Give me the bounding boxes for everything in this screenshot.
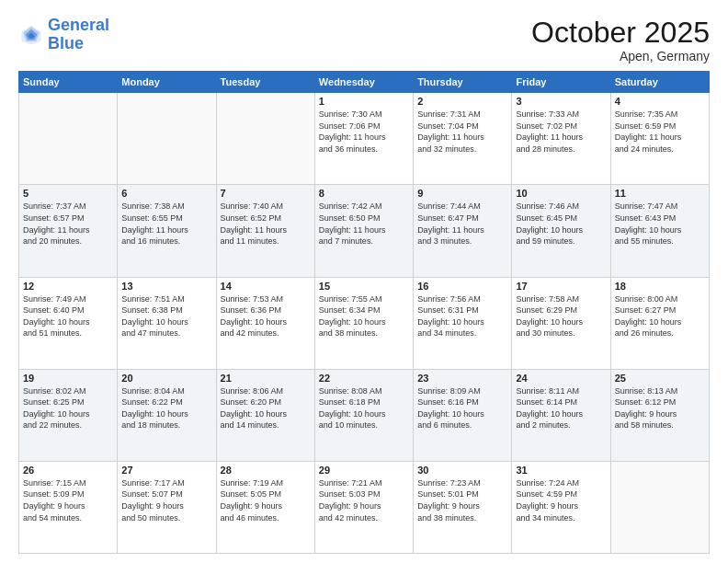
header-thursday: Thursday	[414, 72, 512, 93]
calendar-day-cell: 9Sunrise: 7:44 AM Sunset: 6:47 PM Daylig…	[414, 185, 512, 277]
header-saturday: Saturday	[610, 72, 709, 93]
day-number: 11	[615, 188, 705, 199]
calendar-day-cell: 7Sunrise: 7:40 AM Sunset: 6:52 PM Daylig…	[216, 185, 314, 277]
day-info: Sunrise: 8:08 AM Sunset: 6:18 PM Dayligh…	[319, 385, 409, 431]
day-number: 12	[23, 281, 113, 292]
calendar-header-row: Sunday Monday Tuesday Wednesday Thursday…	[19, 72, 710, 93]
day-info: Sunrise: 7:55 AM Sunset: 6:34 PM Dayligh…	[319, 293, 409, 339]
calendar-day-cell: 21Sunrise: 8:06 AM Sunset: 6:20 PM Dayli…	[216, 369, 314, 461]
day-info: Sunrise: 7:15 AM Sunset: 5:09 PM Dayligh…	[23, 477, 113, 523]
calendar-day-cell: 28Sunrise: 7:19 AM Sunset: 5:05 PM Dayli…	[216, 461, 314, 553]
day-number: 13	[121, 281, 211, 292]
calendar-day-cell: 5Sunrise: 7:37 AM Sunset: 6:57 PM Daylig…	[19, 185, 118, 277]
calendar-day-cell: 19Sunrise: 8:02 AM Sunset: 6:25 PM Dayli…	[19, 369, 118, 461]
day-number: 22	[319, 373, 409, 384]
day-number: 1	[319, 96, 409, 107]
day-info: Sunrise: 7:35 AM Sunset: 6:59 PM Dayligh…	[615, 109, 705, 155]
day-info: Sunrise: 7:37 AM Sunset: 6:57 PM Dayligh…	[23, 201, 113, 247]
day-info: Sunrise: 7:33 AM Sunset: 7:02 PM Dayligh…	[516, 109, 606, 155]
calendar-day-cell: 13Sunrise: 7:51 AM Sunset: 6:38 PM Dayli…	[118, 277, 216, 369]
calendar-day-cell	[610, 461, 709, 553]
day-info: Sunrise: 8:13 AM Sunset: 6:12 PM Dayligh…	[615, 385, 705, 431]
calendar-day-cell: 20Sunrise: 8:04 AM Sunset: 6:22 PM Dayli…	[118, 369, 216, 461]
calendar-day-cell: 22Sunrise: 8:08 AM Sunset: 6:18 PM Dayli…	[314, 369, 413, 461]
day-number: 10	[516, 188, 606, 199]
day-info: Sunrise: 7:21 AM Sunset: 5:03 PM Dayligh…	[319, 477, 409, 523]
page: General Blue October 2025 Apen, Germany …	[0, 0, 728, 563]
day-info: Sunrise: 7:44 AM Sunset: 6:47 PM Dayligh…	[417, 201, 507, 247]
location: Apen, Germany	[531, 49, 710, 63]
calendar-day-cell: 15Sunrise: 7:55 AM Sunset: 6:34 PM Dayli…	[314, 277, 413, 369]
day-number: 19	[23, 373, 113, 384]
logo-icon	[18, 22, 44, 48]
day-number: 16	[417, 281, 507, 292]
day-info: Sunrise: 7:53 AM Sunset: 6:36 PM Dayligh…	[221, 293, 311, 339]
logo-line1: General	[48, 16, 109, 34]
day-number: 27	[121, 465, 211, 476]
day-info: Sunrise: 8:09 AM Sunset: 6:16 PM Dayligh…	[417, 385, 507, 431]
day-info: Sunrise: 7:42 AM Sunset: 6:50 PM Dayligh…	[319, 201, 409, 247]
day-info: Sunrise: 8:04 AM Sunset: 6:22 PM Dayligh…	[121, 385, 211, 431]
day-number: 23	[417, 373, 507, 384]
day-number: 3	[516, 96, 606, 107]
day-number: 7	[221, 188, 311, 199]
logo: General Blue	[18, 17, 109, 53]
calendar-day-cell	[118, 93, 216, 185]
day-number: 24	[516, 373, 606, 384]
calendar-day-cell	[216, 93, 314, 185]
day-number: 28	[221, 465, 311, 476]
header: General Blue October 2025 Apen, Germany	[18, 17, 710, 63]
calendar-day-cell: 16Sunrise: 7:56 AM Sunset: 6:31 PM Dayli…	[414, 277, 512, 369]
logo-line2: Blue	[48, 34, 84, 52]
day-info: Sunrise: 7:30 AM Sunset: 7:06 PM Dayligh…	[319, 109, 409, 155]
calendar-day-cell: 10Sunrise: 7:46 AM Sunset: 6:45 PM Dayli…	[512, 185, 610, 277]
calendar-day-cell: 3Sunrise: 7:33 AM Sunset: 7:02 PM Daylig…	[512, 93, 610, 185]
calendar-day-cell: 6Sunrise: 7:38 AM Sunset: 6:55 PM Daylig…	[118, 185, 216, 277]
calendar: Sunday Monday Tuesday Wednesday Thursday…	[18, 71, 710, 554]
day-number: 18	[615, 281, 705, 292]
day-number: 21	[221, 373, 311, 384]
calendar-day-cell: 31Sunrise: 7:24 AM Sunset: 4:59 PM Dayli…	[512, 461, 610, 553]
header-wednesday: Wednesday	[314, 72, 413, 93]
day-number: 29	[319, 465, 409, 476]
calendar-day-cell: 18Sunrise: 8:00 AM Sunset: 6:27 PM Dayli…	[610, 277, 709, 369]
calendar-day-cell: 4Sunrise: 7:35 AM Sunset: 6:59 PM Daylig…	[610, 93, 709, 185]
day-info: Sunrise: 7:19 AM Sunset: 5:05 PM Dayligh…	[221, 477, 311, 523]
day-number: 30	[417, 465, 507, 476]
day-info: Sunrise: 8:11 AM Sunset: 6:14 PM Dayligh…	[516, 385, 606, 431]
calendar-day-cell: 23Sunrise: 8:09 AM Sunset: 6:16 PM Dayli…	[414, 369, 512, 461]
day-info: Sunrise: 7:47 AM Sunset: 6:43 PM Dayligh…	[615, 201, 705, 247]
day-number: 2	[417, 96, 507, 107]
calendar-day-cell: 8Sunrise: 7:42 AM Sunset: 6:50 PM Daylig…	[314, 185, 413, 277]
calendar-week-row: 19Sunrise: 8:02 AM Sunset: 6:25 PM Dayli…	[19, 369, 710, 461]
logo-text: General Blue	[48, 17, 109, 53]
day-number: 4	[615, 96, 705, 107]
day-number: 25	[615, 373, 705, 384]
month-title: October 2025	[531, 17, 710, 49]
calendar-week-row: 12Sunrise: 7:49 AM Sunset: 6:40 PM Dayli…	[19, 277, 710, 369]
calendar-day-cell: 26Sunrise: 7:15 AM Sunset: 5:09 PM Dayli…	[19, 461, 118, 553]
calendar-day-cell: 2Sunrise: 7:31 AM Sunset: 7:04 PM Daylig…	[414, 93, 512, 185]
day-info: Sunrise: 8:06 AM Sunset: 6:20 PM Dayligh…	[221, 385, 311, 431]
day-info: Sunrise: 7:24 AM Sunset: 4:59 PM Dayligh…	[516, 477, 606, 523]
day-info: Sunrise: 7:31 AM Sunset: 7:04 PM Dayligh…	[417, 109, 507, 155]
day-info: Sunrise: 8:02 AM Sunset: 6:25 PM Dayligh…	[23, 385, 113, 431]
day-info: Sunrise: 7:40 AM Sunset: 6:52 PM Dayligh…	[221, 201, 311, 247]
calendar-day-cell: 11Sunrise: 7:47 AM Sunset: 6:43 PM Dayli…	[610, 185, 709, 277]
calendar-day-cell: 17Sunrise: 7:58 AM Sunset: 6:29 PM Dayli…	[512, 277, 610, 369]
day-number: 8	[319, 188, 409, 199]
calendar-week-row: 5Sunrise: 7:37 AM Sunset: 6:57 PM Daylig…	[19, 185, 710, 277]
day-number: 17	[516, 281, 606, 292]
day-info: Sunrise: 7:46 AM Sunset: 6:45 PM Dayligh…	[516, 201, 606, 247]
header-monday: Monday	[118, 72, 216, 93]
day-info: Sunrise: 7:17 AM Sunset: 5:07 PM Dayligh…	[121, 477, 211, 523]
day-info: Sunrise: 7:51 AM Sunset: 6:38 PM Dayligh…	[121, 293, 211, 339]
calendar-day-cell: 25Sunrise: 8:13 AM Sunset: 6:12 PM Dayli…	[610, 369, 709, 461]
day-number: 14	[221, 281, 311, 292]
title-block: October 2025 Apen, Germany	[531, 17, 710, 63]
calendar-day-cell: 27Sunrise: 7:17 AM Sunset: 5:07 PM Dayli…	[118, 461, 216, 553]
header-friday: Friday	[512, 72, 610, 93]
calendar-day-cell	[19, 93, 118, 185]
day-info: Sunrise: 8:00 AM Sunset: 6:27 PM Dayligh…	[615, 293, 705, 339]
day-number: 15	[319, 281, 409, 292]
